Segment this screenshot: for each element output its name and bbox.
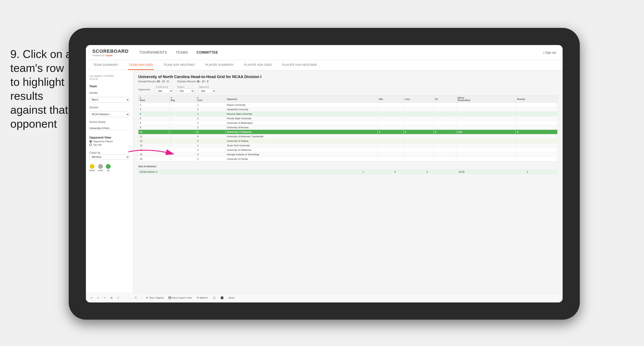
cell-5: 0 bbox=[404, 130, 434, 134]
cell-3: University of Arkansas, Fayetteville bbox=[226, 134, 378, 139]
tab-team-h2h-grid[interactable]: TEAM H2H GRID bbox=[128, 60, 154, 70]
cell-5 bbox=[404, 157, 434, 161]
radio-opponents-played[interactable]: Opponents Played bbox=[89, 140, 130, 143]
toolbar-back[interactable]: ↩ bbox=[103, 296, 107, 300]
cell-2: 3 bbox=[196, 157, 226, 161]
nav-tournaments[interactable]: TOURNAMENTS bbox=[139, 51, 167, 54]
toolbar-grid[interactable]: ⊞ bbox=[109, 296, 114, 300]
out-cell-5: 0 bbox=[393, 170, 425, 174]
toolbar-redo[interactable]: ↪ bbox=[96, 296, 100, 300]
division-label: Division bbox=[89, 106, 130, 109]
sidebar: Last Updated: 27/03/2024 16:55:38 Team G… bbox=[86, 70, 133, 293]
cell-4 bbox=[378, 125, 404, 130]
cell-8 bbox=[516, 134, 558, 139]
cell-0: 15 bbox=[138, 152, 170, 157]
radio-top100[interactable]: Top 100 bbox=[89, 143, 130, 146]
out-of-division-section: Out of division bbox=[138, 164, 558, 168]
cell-6 bbox=[434, 139, 456, 143]
cell-6 bbox=[434, 112, 456, 116]
cell-0: 3 bbox=[138, 107, 170, 112]
cell-1: - bbox=[170, 143, 196, 148]
table-row[interactable]: 11-6University of Arkansas, Fayetteville bbox=[138, 134, 558, 139]
tab-player-h2h-grid[interactable]: PLAYER H2H GRID bbox=[243, 60, 273, 70]
table-row[interactable]: 9-3University of Arizona bbox=[138, 125, 558, 130]
cell-4 bbox=[378, 143, 404, 148]
cell-2: 6 bbox=[196, 134, 226, 139]
table-row[interactable]: 15-4Georgia Institute of Technology bbox=[138, 152, 558, 157]
region-filter-select[interactable]: (All) bbox=[177, 89, 194, 93]
toolbar-share[interactable]: Share bbox=[227, 296, 236, 300]
cell-7 bbox=[456, 139, 516, 143]
filter-row: Opponents: Conference (All) Region (All) bbox=[138, 86, 558, 93]
tab-team-summary[interactable]: TEAM SUMMARY bbox=[92, 60, 120, 70]
cell-8 bbox=[516, 148, 558, 152]
tablet-screen: SCOREBOARD Powered by clippd TOURNAMENTS… bbox=[86, 45, 562, 303]
gender-select[interactable]: Men's bbox=[89, 97, 130, 102]
data-table: #Rank #Reg #Conf Opponent Win Loss Tie D… bbox=[138, 95, 558, 161]
school-value: University of Nort... bbox=[89, 126, 130, 131]
region-filter: Region (All) bbox=[177, 86, 194, 93]
table-row[interactable]: 6-2Florida State University bbox=[138, 116, 558, 121]
cell-5 bbox=[404, 107, 434, 112]
opponent-filter-label: Opponent bbox=[199, 86, 216, 88]
cell-4 bbox=[378, 121, 404, 125]
table-row[interactable]: 3-2Vanderbilt University bbox=[138, 107, 558, 112]
cell-3: Texas Tech University bbox=[226, 143, 378, 148]
cell-5 bbox=[404, 121, 434, 125]
toolbar-timer[interactable]: ⏱ bbox=[133, 296, 138, 300]
toolbar-screen[interactable]: ⬛ bbox=[219, 296, 225, 300]
toolbar-undo[interactable]: ↩ bbox=[89, 296, 94, 300]
table-row[interactable]: 16-3University of Florida bbox=[138, 157, 558, 161]
toolbar-clipboard[interactable]: 📋 bbox=[212, 296, 217, 300]
toolbar-view-original[interactable]: 👁 View: Original bbox=[144, 296, 165, 300]
cell-3: Arizona State University bbox=[226, 112, 378, 116]
cell-4 bbox=[378, 134, 404, 139]
cell-7 bbox=[456, 121, 516, 125]
legend-level: Level bbox=[98, 164, 103, 172]
cell-6: 0 bbox=[434, 130, 456, 134]
colour-by-select[interactable]: Win/loss bbox=[89, 154, 130, 160]
cell-1: - bbox=[170, 152, 196, 157]
table-row[interactable]: 8-2University of Washington bbox=[138, 121, 558, 125]
nav-committee[interactable]: COMMITTEE bbox=[196, 51, 218, 54]
cell-6 bbox=[434, 103, 456, 107]
tab-player-h2h-heatmap[interactable]: PLAYER H2H HEATMAP bbox=[282, 60, 318, 70]
sub-nav: TEAM SUMMARY TEAM H2H GRID TEAM H2H HEAT… bbox=[86, 60, 562, 70]
cell-8 bbox=[516, 121, 558, 125]
cell-0: 4 bbox=[138, 112, 170, 116]
table-row[interactable]: 12-3University of Virginia bbox=[138, 139, 558, 143]
out-of-div-table: NCAA Division II10026.003 bbox=[138, 169, 558, 174]
toolbar-watch[interactable]: 👁 Watch ▾ bbox=[196, 296, 210, 300]
cell-1: - bbox=[170, 107, 196, 112]
cell-2: 2 bbox=[196, 148, 226, 152]
tab-player-summary[interactable]: PLAYER SUMMARY bbox=[204, 60, 235, 70]
col-rounds: Rounds bbox=[516, 96, 558, 103]
toolbar-cut[interactable]: ✂ bbox=[116, 296, 120, 300]
division-select[interactable]: NCAA Division I bbox=[89, 111, 130, 117]
opponent-filter-select[interactable]: (All) bbox=[199, 89, 216, 93]
cell-2: 3 bbox=[196, 139, 226, 143]
overall-record: Overall Record: 89 - 17 - 0 bbox=[138, 80, 168, 83]
cell-8 bbox=[516, 116, 558, 121]
cell-6 bbox=[434, 107, 456, 112]
legend-up: Up bbox=[106, 164, 110, 172]
cell-1: - bbox=[170, 148, 196, 152]
tab-team-h2h-heatmap[interactable]: TEAM H2H HEATMAP bbox=[162, 60, 196, 70]
table-row[interactable]: 4-1Arizona State University bbox=[138, 112, 558, 116]
colour-by-label: Colour by bbox=[89, 151, 130, 154]
nav-teams[interactable]: TEAMS bbox=[176, 51, 188, 54]
cell-1: - bbox=[170, 116, 196, 121]
table-row[interactable]: 11-5University of Alabama3002.618 bbox=[138, 130, 558, 134]
nav-sign-out[interactable]: | Sign out bbox=[544, 51, 556, 54]
toolbar-save-custom[interactable]: 💾 Save Custom View bbox=[167, 296, 193, 300]
col-reg: #Reg bbox=[170, 96, 196, 103]
toolbar-dot2: · bbox=[128, 296, 131, 300]
legend-circle-down bbox=[90, 164, 94, 169]
table-row[interactable]: 2-1Auburn University bbox=[138, 103, 558, 107]
cell-0: 16 bbox=[138, 157, 170, 161]
conference-filter-select[interactable]: (All) bbox=[156, 89, 173, 93]
table-row[interactable]: 14-2University of Oklahoma bbox=[138, 148, 558, 152]
cell-4 bbox=[378, 103, 404, 107]
out-of-div-row[interactable]: NCAA Division II10026.003 bbox=[138, 170, 558, 174]
table-row[interactable]: 13-1Texas Tech University bbox=[138, 143, 558, 148]
